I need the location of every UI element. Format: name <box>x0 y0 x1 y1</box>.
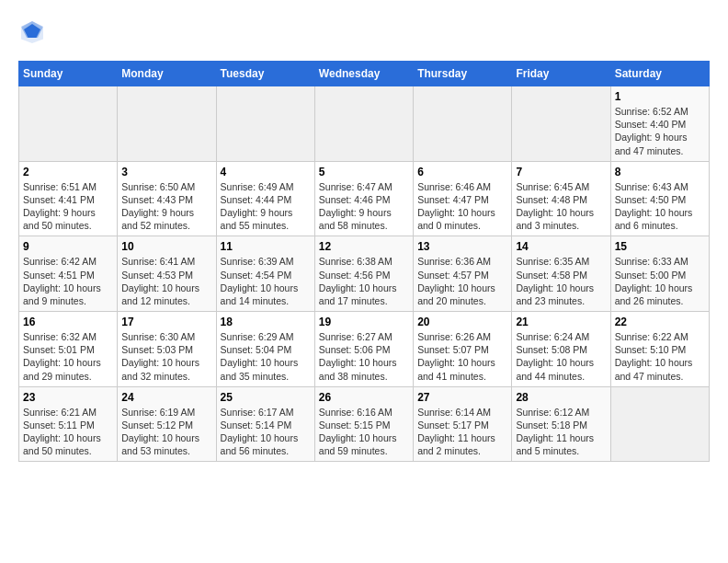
calendar-cell <box>118 86 216 162</box>
weekday-header: Monday <box>118 62 216 86</box>
weekday-header: Thursday <box>414 62 512 86</box>
calendar-cell <box>610 386 709 462</box>
calendar-cell: 28Sunrise: 6:12 AM Sunset: 5:18 PM Dayli… <box>512 386 610 462</box>
calendar-cell: 27Sunrise: 6:14 AM Sunset: 5:17 PM Dayli… <box>414 386 512 462</box>
day-number: 26 <box>319 391 409 404</box>
day-info: Sunrise: 6:42 AM Sunset: 4:51 PM Dayligh… <box>23 255 113 307</box>
day-info: Sunrise: 6:45 AM Sunset: 4:48 PM Dayligh… <box>516 180 606 233</box>
calendar-cell: 7Sunrise: 6:45 AM Sunset: 4:48 PM Daylig… <box>512 161 610 236</box>
day-info: Sunrise: 6:33 AM Sunset: 5:00 PM Dayligh… <box>615 255 705 307</box>
day-number: 9 <box>23 240 113 253</box>
day-info: Sunrise: 6:30 AM Sunset: 5:03 PM Dayligh… <box>121 330 211 383</box>
calendar-cell: 1Sunrise: 6:52 AM Sunset: 4:40 PM Daylig… <box>610 86 709 162</box>
calendar-cell: 4Sunrise: 6:49 AM Sunset: 4:44 PM Daylig… <box>216 161 314 236</box>
day-info: Sunrise: 6:19 AM Sunset: 5:12 PM Dayligh… <box>121 406 211 458</box>
day-number: 5 <box>319 166 409 178</box>
day-number: 11 <box>221 240 311 253</box>
day-number: 1 <box>615 90 705 103</box>
day-info: Sunrise: 6:35 AM Sunset: 4:58 PM Dayligh… <box>516 255 606 307</box>
day-number: 15 <box>615 240 705 253</box>
day-info: Sunrise: 6:29 AM Sunset: 5:04 PM Dayligh… <box>221 330 311 383</box>
day-number: 28 <box>516 391 606 404</box>
day-info: Sunrise: 6:21 AM Sunset: 5:11 PM Dayligh… <box>23 406 113 458</box>
weekday-header: Sunday <box>19 62 118 86</box>
day-number: 8 <box>615 166 705 178</box>
calendar-cell: 15Sunrise: 6:33 AM Sunset: 5:00 PM Dayli… <box>610 236 709 312</box>
calendar-cell: 20Sunrise: 6:26 AM Sunset: 5:07 PM Dayli… <box>414 312 512 387</box>
day-number: 4 <box>221 166 311 178</box>
day-number: 24 <box>121 391 211 404</box>
day-number: 17 <box>121 316 211 328</box>
day-info: Sunrise: 6:51 AM Sunset: 4:41 PM Dayligh… <box>23 180 113 233</box>
day-info: Sunrise: 6:39 AM Sunset: 4:54 PM Dayligh… <box>221 255 311 307</box>
calendar-cell: 3Sunrise: 6:50 AM Sunset: 4:43 PM Daylig… <box>118 161 216 236</box>
calendar-cell: 2Sunrise: 6:51 AM Sunset: 4:41 PM Daylig… <box>19 161 118 236</box>
calendar-cell: 21Sunrise: 6:24 AM Sunset: 5:08 PM Dayli… <box>512 312 610 387</box>
calendar-cell: 22Sunrise: 6:22 AM Sunset: 5:10 PM Dayli… <box>610 312 709 387</box>
calendar-cell: 10Sunrise: 6:41 AM Sunset: 4:53 PM Dayli… <box>118 236 216 312</box>
day-number: 27 <box>417 391 507 404</box>
calendar-week-row: 9Sunrise: 6:42 AM Sunset: 4:51 PM Daylig… <box>19 236 710 312</box>
day-info: Sunrise: 6:46 AM Sunset: 4:47 PM Dayligh… <box>417 180 507 233</box>
logo-icon <box>18 18 46 46</box>
calendar-cell: 16Sunrise: 6:32 AM Sunset: 5:01 PM Dayli… <box>19 312 118 387</box>
calendar-cell: 13Sunrise: 6:36 AM Sunset: 4:57 PM Dayli… <box>414 236 512 312</box>
calendar-cell: 18Sunrise: 6:29 AM Sunset: 5:04 PM Dayli… <box>216 312 314 387</box>
weekday-header: Tuesday <box>216 62 314 86</box>
calendar-cell: 24Sunrise: 6:19 AM Sunset: 5:12 PM Dayli… <box>118 386 216 462</box>
day-number: 25 <box>221 391 311 404</box>
calendar-week-row: 1Sunrise: 6:52 AM Sunset: 4:40 PM Daylig… <box>19 86 710 162</box>
calendar-cell: 19Sunrise: 6:27 AM Sunset: 5:06 PM Dayli… <box>314 312 413 387</box>
day-info: Sunrise: 6:38 AM Sunset: 4:56 PM Dayligh… <box>319 255 409 307</box>
day-info: Sunrise: 6:14 AM Sunset: 5:17 PM Dayligh… <box>417 406 507 458</box>
calendar-cell: 6Sunrise: 6:46 AM Sunset: 4:47 PM Daylig… <box>414 161 512 236</box>
day-number: 6 <box>417 166 507 178</box>
weekday-header: Friday <box>512 62 610 86</box>
calendar-cell: 25Sunrise: 6:17 AM Sunset: 5:14 PM Dayli… <box>216 386 314 462</box>
day-info: Sunrise: 6:41 AM Sunset: 4:53 PM Dayligh… <box>121 255 211 307</box>
day-number: 20 <box>417 316 507 328</box>
day-number: 12 <box>319 240 409 253</box>
calendar-cell: 26Sunrise: 6:16 AM Sunset: 5:15 PM Dayli… <box>314 386 413 462</box>
day-info: Sunrise: 6:36 AM Sunset: 4:57 PM Dayligh… <box>417 255 507 307</box>
day-info: Sunrise: 6:26 AM Sunset: 5:07 PM Dayligh… <box>417 330 507 383</box>
day-number: 14 <box>516 240 606 253</box>
calendar-cell: 12Sunrise: 6:38 AM Sunset: 4:56 PM Dayli… <box>314 236 413 312</box>
day-info: Sunrise: 6:49 AM Sunset: 4:44 PM Dayligh… <box>221 180 311 233</box>
day-number: 3 <box>121 166 211 178</box>
weekday-header: Wednesday <box>314 62 413 86</box>
day-info: Sunrise: 6:16 AM Sunset: 5:15 PM Dayligh… <box>319 406 409 458</box>
day-number: 13 <box>417 240 507 253</box>
day-info: Sunrise: 6:43 AM Sunset: 4:50 PM Dayligh… <box>615 180 705 233</box>
calendar-week-row: 2Sunrise: 6:51 AM Sunset: 4:41 PM Daylig… <box>19 161 710 236</box>
calendar-week-row: 23Sunrise: 6:21 AM Sunset: 5:11 PM Dayli… <box>19 386 710 462</box>
calendar-cell: 9Sunrise: 6:42 AM Sunset: 4:51 PM Daylig… <box>19 236 118 312</box>
calendar-cell <box>216 86 314 162</box>
day-info: Sunrise: 6:32 AM Sunset: 5:01 PM Dayligh… <box>23 330 113 383</box>
day-number: 2 <box>23 166 113 178</box>
day-info: Sunrise: 6:50 AM Sunset: 4:43 PM Dayligh… <box>121 180 211 233</box>
calendar-cell: 14Sunrise: 6:35 AM Sunset: 4:58 PM Dayli… <box>512 236 610 312</box>
day-number: 18 <box>221 316 311 328</box>
calendar-cell: 8Sunrise: 6:43 AM Sunset: 4:50 PM Daylig… <box>610 161 709 236</box>
calendar-header-row: SundayMondayTuesdayWednesdayThursdayFrid… <box>19 62 710 86</box>
day-number: 22 <box>615 316 705 328</box>
day-info: Sunrise: 6:22 AM Sunset: 5:10 PM Dayligh… <box>615 330 705 383</box>
day-info: Sunrise: 6:24 AM Sunset: 5:08 PM Dayligh… <box>516 330 606 383</box>
day-number: 10 <box>121 240 211 253</box>
calendar-cell <box>19 86 118 162</box>
calendar-cell: 11Sunrise: 6:39 AM Sunset: 4:54 PM Dayli… <box>216 236 314 312</box>
calendar-cell <box>314 86 413 162</box>
day-number: 16 <box>23 316 113 328</box>
day-number: 21 <box>516 316 606 328</box>
calendar-cell <box>414 86 512 162</box>
day-info: Sunrise: 6:52 AM Sunset: 4:40 PM Dayligh… <box>615 105 705 157</box>
page-header <box>18 18 710 46</box>
calendar-week-row: 16Sunrise: 6:32 AM Sunset: 5:01 PM Dayli… <box>19 312 710 387</box>
calendar-cell: 5Sunrise: 6:47 AM Sunset: 4:46 PM Daylig… <box>314 161 413 236</box>
day-info: Sunrise: 6:27 AM Sunset: 5:06 PM Dayligh… <box>319 330 409 383</box>
calendar-cell: 23Sunrise: 6:21 AM Sunset: 5:11 PM Dayli… <box>19 386 118 462</box>
day-number: 23 <box>23 391 113 404</box>
day-info: Sunrise: 6:12 AM Sunset: 5:18 PM Dayligh… <box>516 406 606 458</box>
calendar-cell: 17Sunrise: 6:30 AM Sunset: 5:03 PM Dayli… <box>118 312 216 387</box>
